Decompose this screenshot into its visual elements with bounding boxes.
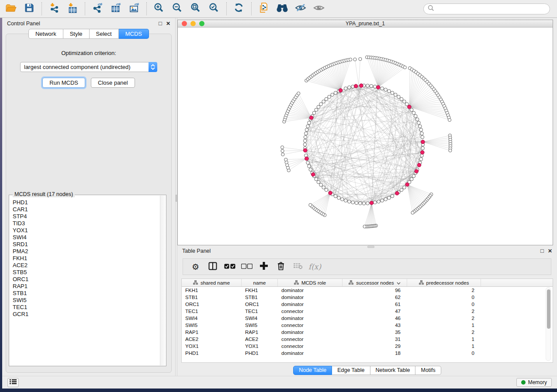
table-row[interactable]: SWI4SWI4dominator462 [182,315,553,322]
cell-name[interactable]: TEC1 [242,309,278,314]
cell-shared-name[interactable]: SWI4 [182,316,242,321]
cell-MCDS-role[interactable]: connector [278,344,343,349]
open-file-button[interactable] [2,1,20,16]
table-row[interactable]: FKH1FKH1dominator962 [182,287,553,294]
memory-button[interactable]: Memory [516,378,552,387]
table-row[interactable]: PHD1PHD1dominator180 [182,350,553,357]
mcds-result-item[interactable]: STB1 [13,290,160,297]
table-row[interactable]: SWI5SWI5connector431 [182,322,553,329]
cell-name[interactable]: RAP1 [242,330,278,335]
column-header-name[interactable]: name [242,279,278,286]
cell-successor-nodes[interactable]: 35 [343,330,407,335]
tab-mcds[interactable]: MCDS [119,29,149,39]
mcds-result-item[interactable]: SRD1 [13,241,160,248]
cell-shared-name[interactable]: TEC1 [182,309,242,314]
mcds-result-item[interactable]: TID3 [13,220,160,227]
add-entry-button[interactable] [255,261,272,272]
tab-style[interactable]: Style [63,29,90,39]
cell-name[interactable]: SWI5 [242,323,278,328]
hide-selected-button[interactable] [291,1,310,16]
tab-network[interactable]: Network [28,29,63,39]
tab-node-table[interactable]: Node Table [293,366,332,375]
cell-MCDS-role[interactable]: dominator [278,295,343,300]
run-mcds-button[interactable]: Run MCDS [42,78,85,88]
search-field[interactable] [423,3,550,14]
export-image-button[interactable] [125,1,143,16]
cell-predecessor-nodes[interactable]: 1 [407,337,481,342]
table-row[interactable]: YOX1YOX1connector291 [182,343,553,350]
cell-name[interactable]: SWI4 [242,316,278,321]
mcds-result-list[interactable]: PHD1CAR1STP4TID3YOX1SWI4SRD1PMA2FKH1ACE2… [10,196,160,365]
cell-shared-name[interactable]: RAP1 [182,330,242,335]
first-neighbors-button[interactable] [273,1,291,16]
mcds-result-item[interactable]: PHD1 [13,199,160,206]
deselect-all-button[interactable] [238,263,255,271]
table-scrollbar-thumb[interactable] [547,289,550,329]
mcds-result-item[interactable]: PMA2 [13,248,160,255]
cell-shared-name[interactable]: YOX1 [182,344,242,349]
cell-shared-name[interactable]: FKH1 [182,288,242,293]
cell-predecessor-nodes[interactable]: 1 [407,344,481,349]
horizontal-splitter-grip[interactable] [367,246,374,248]
cell-predecessor-nodes[interactable]: 0 [407,302,481,307]
float-table-panel-icon[interactable]: □ [540,248,544,254]
mcds-result-item[interactable]: TEC1 [13,304,160,311]
task-history-button[interactable] [7,378,19,387]
cell-successor-nodes[interactable]: 29 [343,344,407,349]
cell-name[interactable]: ACE2 [242,337,278,342]
mcds-result-item[interactable]: ORC1 [13,276,160,283]
close-panel-button[interactable]: Close panel [91,78,135,88]
zoom-selected-button[interactable] [205,1,223,16]
mcds-result-item[interactable]: RAP1 [13,283,160,290]
zoom-in-button[interactable] [150,1,168,16]
cell-MCDS-role[interactable]: dominator [278,288,343,293]
cell-MCDS-role[interactable]: connector [278,309,343,314]
column-header-MCDS-role[interactable]: MCDS role [278,279,343,286]
cell-MCDS-role[interactable]: dominator [278,302,343,307]
tab-network-table[interactable]: Network Table [370,366,416,375]
mcds-result-item[interactable]: SWI5 [13,297,160,304]
mcds-result-item[interactable]: ACE2 [13,262,160,269]
search-input[interactable] [437,6,546,12]
criterion-dropdown[interactable]: largest connected component (undirected) [20,62,157,72]
save-session-button[interactable] [20,1,38,16]
cell-successor-nodes[interactable]: 31 [343,337,407,342]
column-header-shared-name[interactable]: shared name [182,279,242,286]
float-panel-icon[interactable]: □ [159,21,162,26]
cell-predecessor-nodes[interactable]: 1 [407,323,481,328]
mcds-result-item[interactable]: YOX1 [13,227,160,234]
tab-select[interactable]: Select [90,29,119,39]
cell-shared-name[interactable]: SWI5 [182,323,242,328]
show-columns-button[interactable] [204,262,221,272]
splitter-grip[interactable] [176,195,177,202]
cell-predecessor-nodes[interactable]: 0 [407,351,481,356]
cell-successor-nodes[interactable]: 61 [343,302,407,307]
new-network-from-selection-button[interactable] [255,1,273,16]
column-header-successor-nodes[interactable]: successor nodes [343,279,407,286]
mcds-result-item[interactable]: SWI4 [13,234,160,241]
refresh-button[interactable] [230,1,248,16]
network-canvas[interactable] [178,28,553,245]
result-scrollbar[interactable] [160,196,166,365]
select-all-button[interactable] [221,263,238,271]
table-row[interactable]: STB1STB1dominator620 [182,294,553,301]
cell-name[interactable]: STB1 [242,295,278,300]
cell-MCDS-role[interactable]: dominator [278,351,343,356]
mcds-result-item[interactable]: STP4 [13,213,160,220]
zoom-out-button[interactable] [168,1,187,16]
cell-name[interactable]: ORC1 [242,302,278,307]
table-row[interactable]: RAP1RAP1dominator352 [182,329,553,336]
cell-shared-name[interactable]: STB1 [182,295,242,300]
export-network-button[interactable] [88,1,107,16]
mcds-result-item[interactable]: STB5 [13,269,160,276]
network-window-titlebar[interactable]: YPA_prune.txt_1 [178,20,553,28]
mcds-result-item[interactable]: FKH1 [13,255,160,262]
cell-shared-name[interactable]: ORC1 [182,302,242,307]
import-table-button[interactable] [63,1,82,16]
cell-successor-nodes[interactable]: 96 [343,288,407,293]
table-row[interactable]: ACE2ACE2connector311 [182,336,553,343]
column-header-predecessor-nodes[interactable]: predecessor nodes [407,279,481,286]
cell-MCDS-role[interactable]: connector [278,323,343,328]
tab-edge-table[interactable]: Edge Table [332,366,370,375]
export-table-button[interactable] [107,1,125,16]
